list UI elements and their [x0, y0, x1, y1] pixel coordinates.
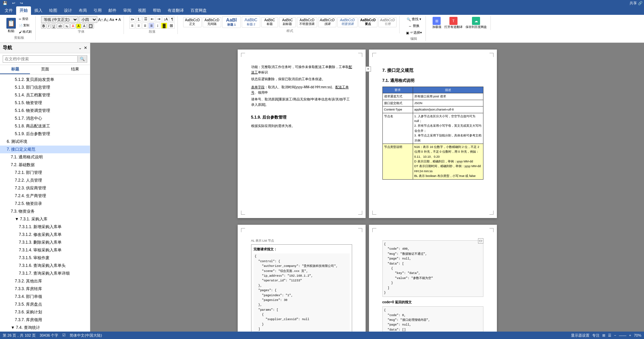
tab-review[interactable]: 审阅 — [120, 6, 135, 15]
select-button[interactable]: ▣☞选择▾ — [405, 30, 423, 36]
style-intense-em[interactable]: AaBbCcD明显强调 — [337, 17, 358, 27]
tab-view[interactable]: 视图 — [135, 6, 149, 15]
save-baidu-button[interactable]: ☁保存到百度网盘 — [465, 16, 488, 30]
outdent-button[interactable]: ⇤ — [149, 16, 155, 22]
tab-help[interactable]: 帮助 — [149, 6, 164, 15]
nav-search-button[interactable]: 🔍 — [77, 56, 87, 62]
nav-item-513[interactable]: 5.1.3. 部门信息管理 — [0, 84, 90, 91]
bullets-button[interactable]: ≡• — [129, 17, 135, 22]
nav-item-731[interactable]: ▼ 7.3.1. 采购入库 — [0, 215, 90, 223]
subscript-button[interactable]: x₁ — [64, 24, 70, 29]
text-effect-button[interactable]: A — [118, 18, 121, 22]
addon-button[interactable]: ⊞加载项 — [431, 16, 442, 30]
nav-item-514[interactable]: 5.1.4. 员工档案管理 — [0, 91, 90, 99]
tab-mailings[interactable]: 邮件 — [105, 6, 120, 15]
text-color-button[interactable]: A — [70, 24, 75, 29]
nav-item-517[interactable]: 5.1.7. 消息中心 — [0, 115, 90, 122]
style-subtitle[interactable]: AaBbC副标题 — [279, 17, 296, 27]
style-heading1[interactable]: AaBl标题 1 — [222, 16, 241, 28]
copy-button[interactable]: 📄复制 — [18, 23, 33, 28]
shading-button[interactable]: ▓ — [161, 23, 167, 29]
style-strong[interactable]: AaBbCcD要点 — [359, 17, 377, 27]
nav-item-735[interactable]: 7.3.5. 库房盘点 — [0, 301, 90, 308]
nav-tab-headings[interactable]: 标题 — [0, 65, 30, 74]
tab-youdao[interactable]: 有道翻译 — [164, 6, 187, 15]
align-right-button[interactable]: ≡ — [142, 23, 148, 29]
indent-button[interactable]: ⇥ — [156, 16, 162, 22]
tab-draw[interactable]: 绘图 — [46, 6, 61, 15]
font-family-select[interactable]: 等线 (中文正文) — [41, 16, 78, 23]
nav-item-7312[interactable]: 7.3.1.2. 修改采购入库单 — [0, 231, 90, 239]
nav-item-7[interactable]: 7. 接口定义规范 — [0, 146, 90, 153]
borders-button[interactable]: ⊞ — [168, 23, 175, 29]
style-normal[interactable]: AaBbCcD正文 — [183, 17, 202, 27]
nav-item-7317[interactable]: 7.3.1.7. 查询采购入库单详细 — [0, 270, 90, 277]
qa-save[interactable]: 💾 — [1, 1, 9, 6]
nav-item-7313[interactable]: 7.3.1.3. 删除采购入库单 — [0, 239, 90, 246]
nav-item-72[interactable]: 7.2. 基础数据 — [0, 161, 90, 169]
nav-tab-results[interactable]: 结果 — [60, 65, 90, 74]
nav-item-512[interactable]: 5.1.2. 复贝原始发货单 — [0, 76, 90, 84]
zoom-in-btn[interactable]: + — [629, 333, 631, 337]
nav-item-518[interactable]: 5.1.8. 商品配送派工 — [0, 122, 90, 130]
tab-start[interactable]: 开始 — [16, 6, 31, 15]
style-em[interactable]: AaBbCcD强调 — [318, 17, 336, 27]
font-color2-button[interactable]: A — [82, 24, 87, 29]
align-left-button[interactable]: ≡ — [129, 23, 135, 29]
print-layout-btn[interactable]: ⊞ — [602, 333, 605, 338]
display-settings[interactable]: 显示器设置 — [571, 333, 589, 338]
nav-item-723[interactable]: 7.2.3. 供应商管理 — [0, 184, 90, 192]
decrease-font-button[interactable]: A↓ — [104, 17, 109, 22]
qa-redo[interactable]: ↪ — [19, 1, 24, 6]
bold-button[interactable]: B — [41, 24, 46, 29]
focus-mode[interactable]: 专注 — [592, 333, 600, 338]
open-translate-button[interactable]: T打开有道翻译 — [443, 16, 464, 30]
nav-item-7311[interactable]: 7.3.1.1. 新增采购入库单 — [0, 223, 90, 231]
style-quote[interactable]: AaBbCcD引用 — [378, 17, 397, 27]
nav-item-71[interactable]: 7.1. 通用格式说明 — [0, 153, 90, 161]
style-heading2[interactable]: AaBbC标题 2 — [242, 17, 260, 28]
multilevel-button[interactable]: ☰ — [143, 16, 149, 22]
nav-item-737[interactable]: 7.3.7. 库房领用 — [0, 316, 90, 324]
nav-tab-pages[interactable]: 页面 — [30, 65, 60, 74]
find-button[interactable]: 🔍查找 ▾ — [406, 16, 422, 22]
nav-item-519[interactable]: 5.1.9. 后台参数管理 — [0, 130, 90, 138]
justify-button[interactable]: ≡ — [148, 23, 154, 29]
nav-item-721[interactable]: 7.2.1. 部门管理 — [0, 169, 90, 177]
highlight-button[interactable]: A — [76, 24, 81, 29]
tab-references[interactable]: 引用 — [90, 6, 105, 15]
tab-layout[interactable]: 布局 — [75, 6, 90, 15]
nav-close-icon[interactable]: ✕ — [84, 45, 87, 50]
line-spacing-button[interactable]: ↕ — [155, 23, 160, 29]
char-border-button[interactable]: 🔲 — [87, 24, 94, 29]
web-view-btn[interactable]: ☰ — [608, 333, 611, 338]
nav-item-7316[interactable]: 7.3.1.6. 查询采购入库单头 — [0, 262, 90, 270]
style-title[interactable]: AaBbC标题 — [261, 17, 278, 27]
nav-item-722[interactable]: 7.2.2. 人员管理 — [0, 177, 90, 184]
nav-item-515[interactable]: 5.1.5. 物资管理 — [0, 99, 90, 107]
nav-item-733[interactable]: 7.3.3. 库房转库 — [0, 285, 90, 293]
nav-item-736[interactable]: 7.3.6. 采购计划 — [0, 308, 90, 316]
nav-item-73[interactable]: 7.3. 物资业务 — [0, 208, 90, 215]
cut-button[interactable]: ✂剪切 — [18, 16, 33, 22]
sort-button[interactable]: ↕A — [162, 17, 169, 22]
nav-item-516[interactable]: 5.1.6. 物资调货管理 — [0, 107, 90, 115]
tab-baidu[interactable]: 百度网盘 — [187, 6, 210, 15]
font-size-select[interactable]: 小四 — [79, 16, 97, 23]
tab-design[interactable]: 设计 — [61, 6, 75, 15]
nav-item-7315[interactable]: 7.3.1.5. 审核作废 — [0, 254, 90, 262]
nav-item-734[interactable]: 7.3.4. 部门串领 — [0, 293, 90, 301]
expand-button[interactable]: + — [366, 66, 371, 72]
increase-font-button[interactable]: A↑ — [98, 17, 103, 22]
tab-file[interactable]: 文件 — [1, 6, 16, 15]
nav-item-7314[interactable]: 7.3.1.4. 审核采购入库单 — [0, 246, 90, 254]
nav-item-6[interactable]: 6. 测试环境 — [0, 138, 90, 146]
nav-search-input[interactable] — [3, 56, 77, 62]
font-case-button[interactable]: Aa — [109, 18, 114, 22]
align-center-button[interactable]: ≡ — [136, 23, 141, 29]
share-button[interactable]: 共享 🔗 — [630, 1, 643, 6]
style-subtle-em[interactable]: AaBbCcD不明显强调 — [297, 17, 317, 27]
show-hide-button[interactable]: ¶ — [170, 17, 174, 22]
nav-item-732[interactable]: 7.3.2. 其他出库 — [0, 277, 90, 285]
replace-button[interactable]: ↔替换 — [407, 23, 420, 29]
